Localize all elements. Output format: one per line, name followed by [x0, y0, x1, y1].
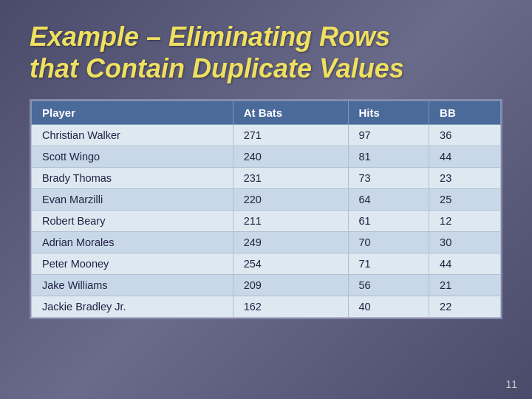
- table-row: Evan Marzilli2206425: [32, 189, 501, 211]
- table-cell-1-3: 44: [429, 146, 501, 168]
- table-cell-1-2: 81: [348, 146, 429, 168]
- table-cell-1-0: Scott Wingo: [32, 146, 233, 168]
- table-cell-3-3: 25: [429, 189, 501, 211]
- title-line1: Example – Eliminating Rows: [30, 21, 390, 52]
- table-cell-4-0: Robert Beary: [32, 211, 233, 232]
- title-line2: that Contain Duplicate Values: [30, 53, 404, 83]
- table-cell-0-3: 36: [429, 125, 501, 146]
- table-cell-8-3: 22: [429, 296, 501, 318]
- table-row: Christian Walker2719736: [32, 125, 501, 146]
- table-cell-6-2: 71: [348, 253, 429, 275]
- table-row: Peter Mooney2547144: [32, 253, 501, 275]
- data-table-container: Player At Bats Hits BB Christian Walker2…: [30, 99, 502, 319]
- data-table: Player At Bats Hits BB Christian Walker2…: [31, 100, 501, 318]
- table-cell-0-0: Christian Walker: [32, 125, 233, 146]
- table-cell-2-0: Brady Thomas: [32, 168, 233, 189]
- slide-number: 11: [505, 378, 517, 390]
- table-cell-8-1: 162: [233, 296, 348, 318]
- table-cell-5-3: 30: [429, 232, 501, 253]
- table-cell-8-0: Jackie Bradley Jr.: [32, 296, 233, 318]
- table-cell-3-2: 64: [348, 189, 429, 211]
- table-cell-5-0: Adrian Morales: [32, 232, 233, 253]
- table-cell-5-1: 249: [233, 232, 348, 253]
- table-cell-8-2: 40: [348, 296, 429, 318]
- table-cell-2-3: 23: [429, 168, 501, 189]
- table-row: Brady Thomas2317323: [32, 168, 501, 189]
- table-cell-6-1: 254: [233, 253, 348, 275]
- table-cell-1-1: 240: [233, 146, 348, 168]
- table-header: Player At Bats Hits BB: [32, 101, 501, 125]
- col-header-bb: BB: [429, 101, 501, 125]
- table-row: Jake Williams2095621: [32, 275, 501, 296]
- table-cell-2-2: 73: [348, 168, 429, 189]
- table-row: Scott Wingo2408144: [32, 146, 501, 168]
- table-cell-4-2: 61: [348, 211, 429, 232]
- table-cell-2-1: 231: [233, 168, 348, 189]
- table-cell-6-3: 44: [429, 253, 501, 275]
- title-area: Example – Eliminating Rows that Contain …: [0, 0, 532, 99]
- table-cell-4-3: 12: [429, 211, 501, 232]
- table-cell-3-1: 220: [233, 189, 348, 211]
- slide-background: Example – Eliminating Rows that Contain …: [0, 0, 532, 399]
- table-cell-0-2: 97: [348, 125, 429, 146]
- table-row: Robert Beary2116112: [32, 211, 501, 232]
- table-cell-4-1: 211: [233, 211, 348, 232]
- table-row: Adrian Morales2497030: [32, 232, 501, 253]
- table-row: Jackie Bradley Jr.1624022: [32, 296, 501, 318]
- table-body: Christian Walker2719736Scott Wingo240814…: [32, 125, 501, 318]
- col-header-hits: Hits: [348, 101, 429, 125]
- col-header-atbats: At Bats: [233, 101, 348, 125]
- slide-title: Example – Eliminating Rows that Contain …: [30, 21, 502, 84]
- col-header-player: Player: [32, 101, 233, 125]
- header-row: Player At Bats Hits BB: [32, 101, 501, 125]
- table-cell-7-0: Jake Williams: [32, 275, 233, 296]
- table-cell-6-0: Peter Mooney: [32, 253, 233, 275]
- table-cell-7-1: 209: [233, 275, 348, 296]
- table-cell-3-0: Evan Marzilli: [32, 189, 233, 211]
- table-cell-7-2: 56: [348, 275, 429, 296]
- table-cell-5-2: 70: [348, 232, 429, 253]
- table-cell-0-1: 271: [233, 125, 348, 146]
- table-cell-7-3: 21: [429, 275, 501, 296]
